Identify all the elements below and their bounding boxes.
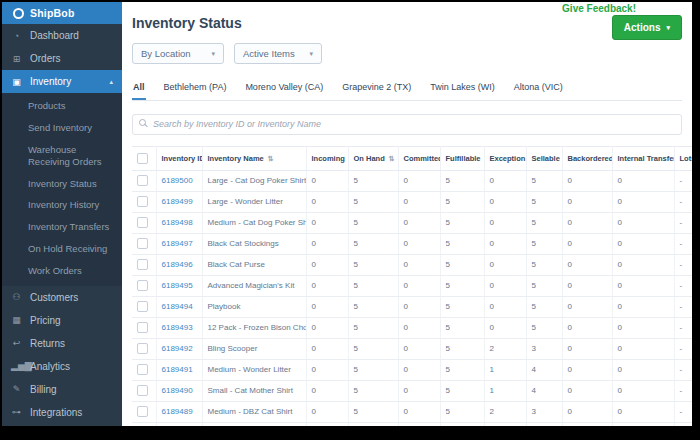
inventory-id-link[interactable]: 6189489	[162, 407, 193, 416]
submenu-item-inventory-transfers[interactable]: Inventory Transfers	[2, 216, 122, 238]
actions-button[interactable]: Actions ▾	[612, 15, 682, 40]
table-cell: 5	[526, 191, 562, 212]
table-cell: -	[674, 359, 692, 380]
sidebar-item-analytics[interactable]: ▂▅▇Analytics	[2, 355, 122, 378]
table-cell: 2	[484, 338, 526, 359]
row-checkbox[interactable]	[137, 343, 148, 354]
table-cell: 5	[440, 338, 484, 359]
column-header-on-hand[interactable]: On Hand⇅	[348, 146, 398, 170]
row-checkbox[interactable]	[137, 280, 148, 291]
submenu-item-send-inventory[interactable]: Send Inventory	[2, 117, 122, 139]
row-checkbox[interactable]	[137, 238, 148, 249]
table-cell: 0	[562, 338, 612, 359]
search-input[interactable]	[132, 114, 682, 135]
sort-icon[interactable]: ⇅	[389, 155, 395, 162]
row-checkbox[interactable]	[137, 175, 148, 186]
row-checkbox[interactable]	[137, 259, 148, 270]
table-cell: 0	[612, 170, 674, 191]
tab-bethlehem-pa[interactable]: Bethlehem (PA)	[163, 78, 228, 100]
inventory-id-link[interactable]: 6189490	[162, 386, 193, 395]
sidebar-item-dashboard[interactable]: ◔Dashboard	[2, 24, 122, 47]
column-header-committed[interactable]: Committed	[398, 146, 440, 170]
column-header-backordered[interactable]: Backordered	[562, 146, 612, 170]
table-cell: 0	[484, 170, 526, 191]
sidebar-item-customers[interactable]: ⚇Customers	[2, 286, 122, 309]
table-cell: 0	[484, 254, 526, 275]
row-checkbox[interactable]	[137, 301, 148, 312]
inventory-id-link[interactable]: 6189498	[162, 218, 193, 227]
row-checkbox-cell	[132, 359, 156, 380]
submenu-item-on-hold-receiving[interactable]: On Hold Receiving	[2, 238, 122, 260]
column-header-sellable[interactable]: Sellable	[526, 146, 562, 170]
sidebar-item-inventory[interactable]: ▣Inventory▴	[2, 70, 122, 93]
sidebar-item-locations[interactable]: ◉Locations	[2, 424, 122, 426]
table-cell: 2	[484, 401, 526, 422]
row-checkbox-cell	[132, 338, 156, 359]
inventory-id-cell: 6189490	[156, 380, 202, 401]
submenu-item-inventory-history[interactable]: Inventory History	[2, 194, 122, 216]
table-cell: 5	[440, 275, 484, 296]
sidebar-item-orders[interactable]: ⊞Orders	[2, 47, 122, 70]
table-cell: 3	[526, 422, 562, 426]
submenu-item-warehouse-receiving-orders[interactable]: Warehouse Receiving Orders	[2, 139, 122, 173]
table-cell: 1	[484, 380, 526, 401]
inventory-id-link[interactable]: 6189500	[162, 176, 193, 185]
table-cell: Large - Wonder Litter	[202, 191, 306, 212]
table-cell: 5	[440, 401, 484, 422]
column-header-lots[interactable]: Lots	[674, 146, 692, 170]
tab-all[interactable]: All	[132, 78, 146, 100]
table-cell: 0	[398, 275, 440, 296]
table-cell: 0	[612, 212, 674, 233]
row-checkbox[interactable]	[137, 406, 148, 417]
inventory-id-link[interactable]: 6189495	[162, 281, 193, 290]
table-cell: 5	[526, 233, 562, 254]
give-feedback-link[interactable]: Give Feedback!	[562, 3, 636, 14]
inventory-id-link[interactable]: 6189492	[162, 344, 193, 353]
row-checkbox[interactable]	[137, 196, 148, 207]
column-header-inventory-name[interactable]: Inventory Name⇅	[202, 146, 306, 170]
table-cell: 0	[562, 422, 612, 426]
row-checkbox[interactable]	[137, 322, 148, 333]
inventory-id-link[interactable]: 6189499	[162, 197, 193, 206]
row-checkbox[interactable]	[137, 385, 148, 396]
submenu-item-inventory-status[interactable]: Inventory Status	[2, 173, 122, 195]
tab-grapevine-2-tx[interactable]: Grapevine 2 (TX)	[341, 78, 412, 100]
table-cell: 0	[306, 254, 348, 275]
sidebar-item-integrations[interactable]: ⊶Integrations	[2, 401, 122, 424]
table-cell: 0	[306, 275, 348, 296]
tab-altona-vic[interactable]: Altona (VIC)	[513, 78, 564, 100]
inventory-id-link[interactable]: 6189491	[162, 365, 193, 374]
column-header-incoming[interactable]: Incoming	[306, 146, 348, 170]
sidebar-item-pricing[interactable]: ▦Pricing	[2, 309, 122, 332]
brand-bar[interactable]: ShipBob	[2, 2, 122, 24]
select-all-checkbox[interactable]	[137, 153, 148, 164]
sidebar-item-returns[interactable]: ↩Returns	[2, 332, 122, 355]
submenu-item-products[interactable]: Products	[2, 95, 122, 117]
column-header-internal-transfer[interactable]: Internal Transfer	[612, 146, 674, 170]
location-filter-value: By Location	[141, 48, 191, 59]
table-cell: 5	[348, 359, 398, 380]
returns-icon: ↩	[11, 338, 22, 348]
tab-moreno-valley-ca[interactable]: Moreno Valley (CA)	[244, 78, 324, 100]
items-filter-select[interactable]: Active Items ▾	[234, 43, 322, 64]
inventory-id-link[interactable]: 6189497	[162, 239, 193, 248]
sort-icon[interactable]: ⇅	[268, 155, 274, 162]
location-filter-select[interactable]: By Location ▾	[132, 43, 224, 64]
sidebar-item-billing[interactable]: ✎Billing	[2, 378, 122, 401]
row-checkbox[interactable]	[137, 364, 148, 375]
column-header-fulfillable[interactable]: Fulfillable	[440, 146, 484, 170]
inventory-id-cell: 6189500	[156, 170, 202, 191]
tab-twin-lakes-wi[interactable]: Twin Lakes (WI)	[429, 78, 496, 100]
table-cell: 0	[612, 191, 674, 212]
inventory-id-link[interactable]: 6189496	[162, 260, 193, 269]
table-cell: 12 Pack - Frozen Bison Chops	[202, 317, 306, 338]
inventory-id-link[interactable]: 6189493	[162, 323, 193, 332]
table-cell: 0	[306, 380, 348, 401]
table-cell: 5	[526, 317, 562, 338]
table-cell: 5	[526, 275, 562, 296]
column-header-inventory-id[interactable]: Inventory ID	[156, 146, 202, 170]
column-header-exception[interactable]: Exception	[484, 146, 526, 170]
submenu-item-work-orders[interactable]: Work Orders	[2, 260, 122, 282]
row-checkbox[interactable]	[137, 217, 148, 228]
inventory-id-link[interactable]: 6189494	[162, 302, 193, 311]
